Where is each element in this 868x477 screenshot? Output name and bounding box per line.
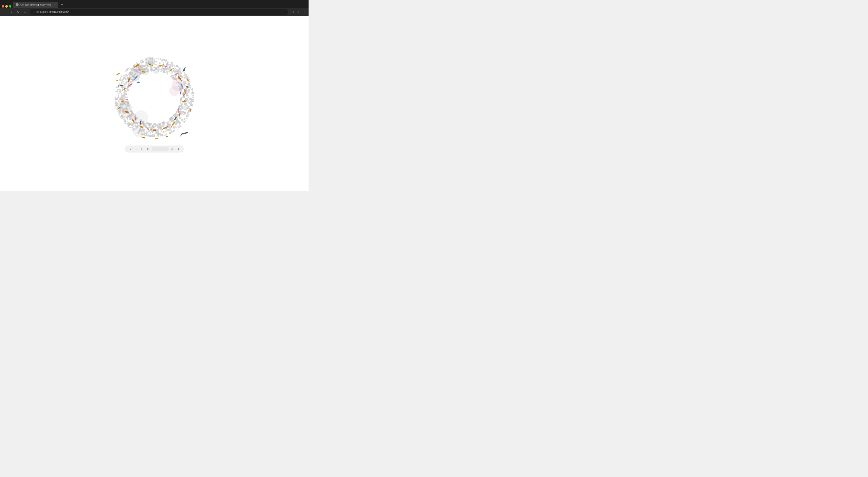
new-tab-button[interactable]: + [59,2,65,8]
visualization-wrapper: ‹ › ⊙ ⊕ ⎋ ℹ [101,55,207,152]
forward-button[interactable]: › [8,9,14,15]
active-tab[interactable]: Um ecossistema político-emp × [13,2,58,8]
prev-button[interactable]: ‹ [128,147,133,151]
browser-chrome: Um ecossistema político-emp × + ‹ › ↻ ⌂ … [0,0,309,16]
target-button[interactable]: ⊙ [140,147,145,151]
visualization-canvas[interactable] [101,55,207,144]
tab-title: Um ecossistema político-emp [20,3,51,6]
bookmark-button[interactable]: ☆ [296,9,301,14]
url-display: pmcruz.com/eco/ [50,10,69,13]
search-input[interactable] [152,147,169,151]
reload-button[interactable]: ↻ [15,9,21,15]
browser-toolbar: ‹ › ↻ ⌂ ⓘ Not Secure pmcruz.com/eco/ ⊡ ☆… [0,8,309,16]
extensions-button[interactable]: ⊡ [290,9,295,14]
traffic-lights [2,5,11,8]
maximize-button[interactable] [9,5,11,8]
security-icon: ⓘ [32,10,34,13]
address-bar[interactable]: ⓘ Not Secure pmcruz.com/eco/ [30,9,288,15]
minimize-button[interactable] [5,5,8,8]
search-zoom-button[interactable]: ⊕ [146,147,151,151]
info-button[interactable]: ℹ [176,147,181,151]
page-content: ‹ › ⊙ ⊕ ⎋ ℹ [0,16,309,191]
share-button[interactable]: ⎋ [170,147,175,151]
next-button[interactable]: › [134,147,138,151]
close-button[interactable] [2,5,4,8]
back-button[interactable]: ‹ [2,9,8,15]
visualization-container [101,55,207,144]
toolbar-actions: ⊡ ☆ ⋮ [290,9,307,14]
tab-close-button[interactable]: × [53,3,56,6]
tab-bar: Um ecossistema político-emp × + [0,0,309,8]
security-label: Not Secure [35,10,48,13]
home-button[interactable]: ⌂ [22,9,28,15]
tab-favicon [16,3,19,6]
menu-button[interactable]: ⋮ [302,9,307,14]
control-bar: ‹ › ⊙ ⊕ ⎋ ℹ [125,146,184,152]
